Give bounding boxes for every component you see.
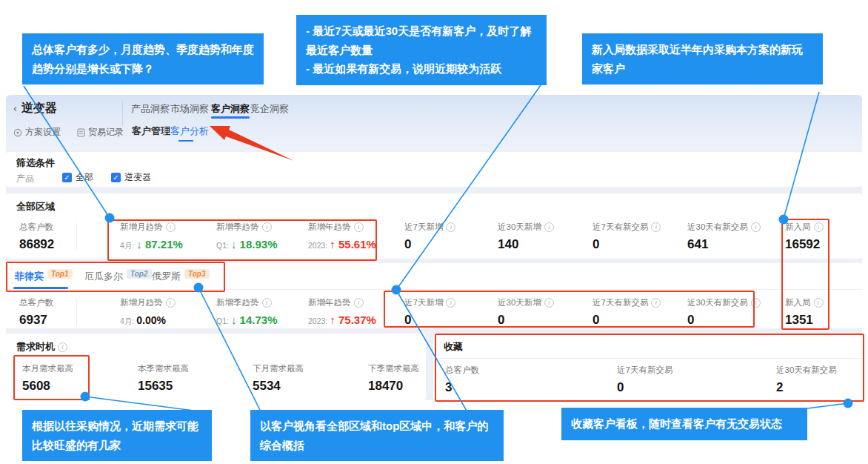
stat-trade-7d: 近7天有新交易i 0 — [592, 222, 661, 252]
info-icon[interactable]: i — [354, 298, 364, 308]
info-icon[interactable]: i — [651, 222, 661, 232]
filter-card: 筛选条件 产品 ✓ 全部 ✓ 逆变器 — [6, 152, 862, 187]
info-icon[interactable]: i — [262, 298, 272, 308]
checkbox-inverter[interactable]: ✓ 逆变器 — [111, 171, 151, 184]
back-button[interactable]: ‹逆变器 — [13, 101, 57, 116]
info-icon[interactable]: i — [166, 298, 176, 308]
stat-month-trend: 新增月趋势i 4月:0.00% — [120, 297, 176, 327]
stat-divider — [76, 223, 77, 250]
header-divider — [122, 101, 123, 126]
annotation-bottom-middle: 以客户视角看全部区域和top区域中，和客户的综合概括 — [250, 410, 504, 461]
trade-records-label: 贸易记录 — [88, 126, 124, 139]
checkbox-inverter-label: 逆变器 — [124, 171, 151, 184]
stat-total-customers: 总客户数 6937 — [19, 297, 53, 328]
gear-icon — [13, 128, 22, 137]
back-chevron-icon: ‹ — [13, 102, 17, 114]
stat-demand-next-quarter: 下季需求最高 18470 — [368, 363, 419, 394]
annotation-bottom-right: 收藏客户看板，随时查看客户有无交易状态 — [561, 408, 807, 440]
tab-competitor-insight[interactable]: 竞企洞察 — [250, 102, 289, 116]
active-tab-underline — [211, 116, 250, 119]
highlight-favorites-card — [435, 334, 864, 402]
tab-market-insight[interactable]: 市场洞察 — [170, 102, 209, 116]
tab-customer-insight[interactable]: 客户洞察 — [211, 102, 250, 116]
header-band: ‹逆变器 方案设置 贸易记录 产品洞察 市场洞察 客户洞察 竞企洞察 客户管理 … — [6, 95, 862, 150]
scheme-settings-button[interactable]: 方案设置 — [13, 126, 61, 139]
info-icon[interactable]: i — [751, 222, 761, 232]
annotation-line: - 最近如果有新交易，说明近期较为活跃 — [306, 59, 537, 79]
screenshot-stage: ‹逆变器 方案设置 贸易记录 产品洞察 市场洞察 客户洞察 竞企洞察 客户管理 … — [0, 0, 868, 464]
all-region-title: 全部区域 — [16, 200, 55, 213]
annotation-line: - 最近7天或最近30天是否有新客户，及时了解最近客户数量 — [306, 21, 537, 59]
checkbox-checked-icon: ✓ — [62, 173, 72, 182]
stat-trade-30d: 近30天有新交易i 641 — [687, 222, 761, 252]
subtab-separator: | — [164, 125, 166, 135]
stat-quarter-trend: 新增季趋势i Q1:↓ 14.73% — [216, 297, 277, 327]
checkbox-all[interactable]: ✓ 全部 — [62, 171, 93, 184]
info-icon[interactable]: i — [446, 222, 455, 232]
annotation-top-middle: - 最近7天或最近30天是否有新客户，及时了解最近客户数量 - 最近如果有新交易… — [296, 15, 547, 85]
stat-total-customers: 总客户数 86892 — [19, 222, 54, 252]
filter-title: 筛选条件 — [16, 156, 55, 170]
info-icon[interactable]: i — [58, 342, 67, 352]
checkbox-all-label: 全部 — [76, 171, 93, 184]
checkbox-checked-icon: ✓ — [111, 173, 121, 182]
info-icon[interactable]: i — [544, 222, 554, 232]
highlight-recent-metrics-row2 — [384, 291, 755, 328]
tab-product-insight[interactable]: 产品洞察 — [131, 102, 170, 116]
annotation-bottom-left: 根据以往采购情况，近期需求可能比较旺盛的有几家 — [22, 410, 212, 461]
stat-new-30d: 近30天新增i 140 — [498, 222, 554, 252]
stat-demand-this-quarter: 本季需求最高 15635 — [138, 363, 189, 394]
stat-divider — [76, 299, 77, 325]
highlight-trends-row1 — [107, 219, 377, 261]
annotation-top-left: 总体客户有多少，月度趋势、季度趋势和年度趋势分别是增长或下降？ — [22, 33, 264, 84]
document-icon — [77, 128, 85, 137]
trade-records-button[interactable]: 贸易记录 — [77, 126, 124, 139]
stat-demand-next-month: 下月需求最高 5534 — [253, 363, 304, 394]
highlight-demand-this-month — [13, 355, 90, 400]
stat-new-7d: 近7天新增i 0 — [404, 222, 455, 252]
page-title: 逆变器 — [21, 102, 57, 114]
demand-title: 需求时机i — [16, 340, 67, 354]
subtab-customer-analysis[interactable]: 客户分析 — [170, 125, 209, 138]
active-subtab-underline — [178, 140, 193, 142]
filter-product-label: 产品 — [16, 173, 34, 185]
connector-line — [807, 403, 848, 408]
stat-year-trend: 新增年趋势i 2023:↑ 75.37% — [308, 297, 376, 327]
highlight-country-tabs — [6, 262, 225, 292]
scheme-settings-label: 方案设置 — [25, 126, 61, 139]
highlight-new-entrants-column — [781, 219, 829, 330]
annotation-top-right: 新入局数据采取近半年内采购本方案的新玩家客户 — [582, 33, 823, 84]
